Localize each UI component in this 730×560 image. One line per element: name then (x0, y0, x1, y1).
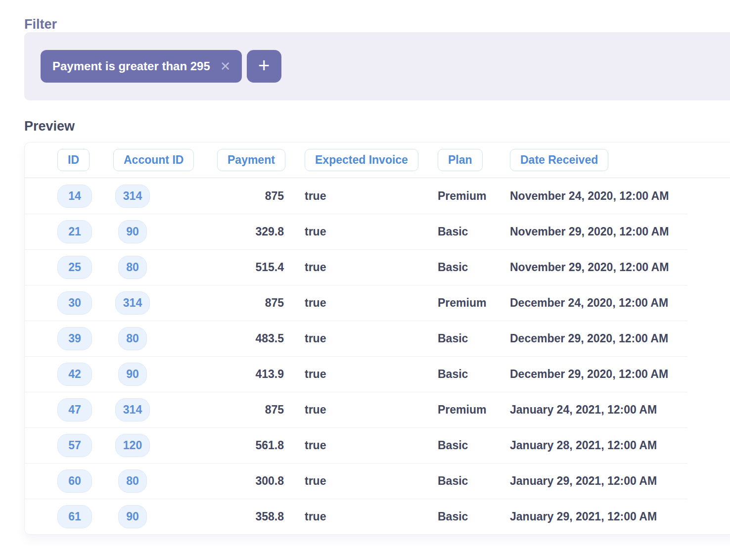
column-header-cell: Expected Invoice (284, 149, 438, 171)
column-header-account-id[interactable]: Account ID (113, 149, 194, 171)
account-id-badge[interactable]: 314 (115, 291, 150, 315)
account-id-cell: 80 (113, 327, 217, 350)
id-cell: 21 (57, 220, 113, 243)
payment-cell: 875 (217, 296, 284, 310)
plan-cell: Basic (438, 474, 510, 488)
account-id-badge[interactable]: 314 (115, 398, 150, 421)
table-row: 14 314 875 true Premium November 24, 202… (25, 178, 688, 214)
date-received-cell: January 28, 2021, 12:00 AM (510, 439, 688, 452)
column-header-id[interactable]: ID (57, 149, 90, 171)
payment-cell: 875 (217, 403, 284, 417)
payment-cell: 358.8 (217, 510, 284, 523)
payment-cell: 413.9 (217, 368, 284, 381)
plan-cell: Premium (438, 296, 510, 310)
plan-cell: Basic (438, 510, 510, 523)
id-badge[interactable]: 25 (57, 256, 92, 279)
date-received-cell: December 24, 2020, 12:00 AM (510, 296, 688, 310)
plan-cell: Basic (438, 332, 510, 345)
filter-panel: Payment is greater than 295 ✕ + (24, 32, 730, 100)
expected-invoice-cell: true (284, 332, 438, 345)
payment-cell: 515.4 (217, 261, 284, 274)
id-badge[interactable]: 47 (57, 398, 92, 421)
preview-section-title: Preview (24, 100, 730, 134)
add-filter-button[interactable]: + (247, 50, 281, 83)
column-header-expected-invoice[interactable]: Expected Invoice (305, 149, 418, 171)
account-id-badge[interactable]: 80 (118, 327, 147, 350)
payment-cell: 329.8 (217, 225, 284, 238)
id-badge[interactable]: 39 (57, 327, 92, 350)
account-id-cell: 90 (113, 220, 217, 243)
plan-cell: Basic (438, 439, 510, 452)
account-id-badge[interactable]: 90 (118, 363, 147, 386)
preview-card: ID Account ID Payment Expected Invoice P… (24, 142, 730, 535)
account-id-cell: 80 (113, 469, 217, 493)
account-id-badge[interactable]: 120 (115, 434, 150, 457)
id-badge[interactable]: 60 (57, 469, 92, 493)
date-received-cell: November 29, 2020, 12:00 AM (510, 225, 688, 238)
account-id-badge[interactable]: 90 (118, 505, 147, 528)
id-badge[interactable]: 14 (57, 185, 92, 208)
date-received-cell: November 29, 2020, 12:00 AM (510, 261, 688, 274)
account-id-badge[interactable]: 314 (115, 185, 150, 208)
id-badge[interactable]: 21 (57, 220, 92, 243)
expected-invoice-cell: true (284, 189, 438, 203)
account-id-cell: 314 (113, 398, 217, 421)
id-cell: 60 (57, 469, 113, 493)
column-header-plan[interactable]: Plan (438, 149, 483, 171)
account-id-cell: 80 (113, 256, 217, 279)
expected-invoice-cell: true (284, 474, 438, 488)
id-badge[interactable]: 30 (57, 291, 92, 315)
column-header-payment[interactable]: Payment (217, 149, 285, 171)
account-id-cell: 90 (113, 505, 217, 528)
expected-invoice-cell: true (284, 510, 438, 523)
payment-cell: 561.8 (217, 439, 284, 452)
id-cell: 39 (57, 327, 113, 350)
column-header-cell: Payment (217, 149, 284, 171)
date-received-cell: January 29, 2021, 12:00 AM (510, 510, 688, 523)
payment-cell: 483.5 (217, 332, 284, 345)
table-row: 42 90 413.9 true Basic December 29, 2020… (25, 356, 688, 392)
id-badge[interactable]: 61 (57, 505, 92, 528)
table-row: 21 90 329.8 true Basic November 29, 2020… (25, 214, 688, 249)
plan-cell: Premium (438, 403, 510, 417)
table-row: 47 314 875 true Premium January 24, 2021… (25, 392, 688, 427)
column-header-cell: Date Received (510, 149, 730, 171)
id-cell: 14 (57, 185, 113, 208)
plan-cell: Basic (438, 225, 510, 238)
id-cell: 47 (57, 398, 113, 421)
filter-chip[interactable]: Payment is greater than 295 ✕ (41, 50, 242, 83)
account-id-cell: 314 (113, 291, 217, 315)
table-header: ID Account ID Payment Expected Invoice P… (25, 142, 730, 178)
column-header-date-received[interactable]: Date Received (510, 149, 608, 171)
id-cell: 30 (57, 291, 113, 315)
filter-section-title: Filter (24, 0, 730, 32)
expected-invoice-cell: true (284, 368, 438, 381)
id-cell: 25 (57, 256, 113, 279)
account-id-badge[interactable]: 90 (118, 220, 147, 243)
account-id-cell: 314 (113, 185, 217, 208)
table-row: 25 80 515.4 true Basic November 29, 2020… (25, 249, 688, 285)
account-id-cell: 120 (113, 434, 217, 457)
close-icon[interactable]: ✕ (220, 60, 231, 73)
table-row: 30 314 875 true Premium December 24, 202… (25, 285, 688, 321)
table-row: 39 80 483.5 true Basic December 29, 2020… (25, 321, 688, 356)
plan-cell: Premium (438, 189, 510, 203)
account-id-badge[interactable]: 80 (118, 469, 147, 493)
table-row: 60 80 300.8 true Basic January 29, 2021,… (25, 463, 688, 499)
expected-invoice-cell: true (284, 261, 438, 274)
date-received-cell: November 24, 2020, 12:00 AM (510, 189, 688, 203)
column-header-cell: ID (57, 149, 113, 171)
table-row: 57 120 561.8 true Basic January 28, 2021… (25, 427, 688, 463)
id-badge[interactable]: 57 (57, 434, 92, 457)
expected-invoice-cell: true (284, 439, 438, 452)
column-header-cell: Plan (438, 149, 510, 171)
table-row: 61 90 358.8 true Basic January 29, 2021,… (25, 499, 688, 534)
payment-cell: 300.8 (217, 474, 284, 488)
account-id-badge[interactable]: 80 (118, 256, 147, 279)
column-header-cell: Account ID (113, 149, 217, 171)
id-badge[interactable]: 42 (57, 363, 92, 386)
date-received-cell: December 29, 2020, 12:00 AM (510, 368, 688, 381)
id-cell: 57 (57, 434, 113, 457)
plus-icon: + (258, 54, 270, 77)
account-id-cell: 90 (113, 363, 217, 386)
